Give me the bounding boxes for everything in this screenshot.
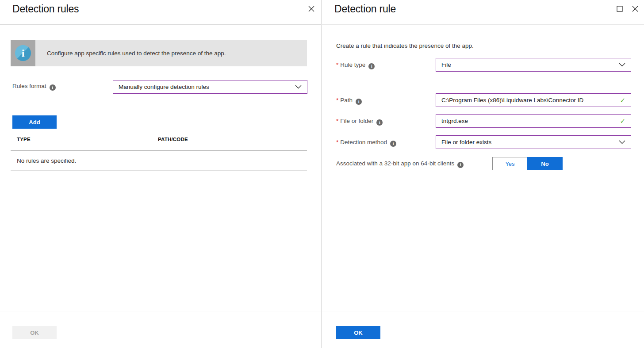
- required-asterisk: *: [336, 139, 338, 145]
- file-or-folder-label-row: *File or folderi: [336, 118, 383, 126]
- associated-32bit-label: Associated with a 32-bit app on 64-bit c…: [336, 160, 454, 167]
- associated-32bit-label-row: Associated with a 32-bit app on 64-bit c…: [336, 160, 464, 168]
- path-label-row: *Pathi: [336, 97, 362, 105]
- info-icon[interactable]: i: [376, 119, 383, 126]
- rule-type-label-row: *Rule typei: [336, 61, 375, 69]
- detection-method-label-row: *Detection methodi: [336, 139, 396, 147]
- toggle-option-yes[interactable]: Yes: [492, 157, 527, 170]
- close-icon[interactable]: [308, 5, 315, 12]
- rule-type-value: File: [441, 61, 451, 68]
- rules-format-label-row: Rules formati: [12, 83, 56, 91]
- divider: [11, 170, 307, 171]
- chevron-down-icon: [619, 63, 625, 67]
- detection-rules-blade: Detection rules i Configure app specific…: [0, 0, 322, 348]
- ok-button[interactable]: OK: [336, 326, 380, 339]
- info-icon[interactable]: i: [390, 141, 396, 147]
- empty-rules-message: No rules are specified.: [17, 157, 76, 164]
- close-icon[interactable]: [632, 5, 639, 12]
- info-icon: i: [15, 45, 31, 61]
- footer-divider: [0, 311, 321, 311]
- page-title: Detection rule: [334, 3, 396, 15]
- chevron-down-icon: [619, 140, 625, 144]
- info-icon[interactable]: i: [356, 99, 362, 105]
- blade-description: Create a rule that indicates the presenc…: [336, 42, 474, 49]
- rules-format-value: Manually configure detection rules: [119, 84, 209, 90]
- rule-type-select[interactable]: File: [436, 58, 631, 72]
- ok-button[interactable]: OK: [12, 326, 57, 339]
- detection-rules-header: Detection rules: [0, 0, 321, 25]
- footer-divider: [322, 311, 644, 311]
- table-header-path-code: PATH/CODE: [158, 137, 188, 142]
- file-or-folder-value: tntgrd.exe: [441, 118, 468, 124]
- required-asterisk: *: [336, 61, 338, 68]
- required-asterisk: *: [336, 97, 338, 103]
- rules-format-label: Rules format: [12, 83, 46, 89]
- chevron-down-icon: [295, 85, 302, 89]
- info-icon[interactable]: i: [457, 162, 464, 168]
- detection-rule-blade: Detection rule Create a rule that indica…: [322, 0, 644, 348]
- maximize-icon[interactable]: [617, 6, 623, 12]
- path-input[interactable]: C:\Program Files (x86)\Liquidware Labs\C…: [436, 93, 631, 107]
- file-or-folder-input[interactable]: tntgrd.exe ✓: [436, 114, 631, 128]
- detection-rule-header: Detection rule: [322, 0, 644, 25]
- required-asterisk: *: [336, 118, 338, 124]
- table-header-type: TYPE: [17, 137, 31, 142]
- detection-method-label: Detection method: [340, 139, 387, 145]
- detection-method-value: File or folder exists: [441, 139, 491, 145]
- file-or-folder-label: File or folder: [340, 118, 373, 124]
- rules-format-select[interactable]: Manually configure detection rules: [113, 80, 307, 94]
- info-banner-text: Configure app specific rules used to det…: [35, 40, 226, 66]
- page-title: Detection rules: [12, 3, 79, 15]
- path-value: C:\Program Files (x86)\Liquidware Labs\C…: [441, 97, 583, 103]
- add-button[interactable]: Add: [12, 115, 57, 129]
- path-label: Path: [340, 97, 353, 103]
- valid-check-icon: ✓: [620, 96, 625, 104]
- associated-32bit-toggle: Yes No: [492, 157, 563, 170]
- info-icon[interactable]: i: [368, 63, 375, 69]
- valid-check-icon: ✓: [620, 117, 625, 125]
- info-banner-icon-block: i: [11, 40, 35, 66]
- info-banner: i Configure app specific rules used to d…: [11, 40, 307, 66]
- detection-method-select[interactable]: File or folder exists: [436, 135, 631, 149]
- info-icon[interactable]: i: [50, 84, 56, 91]
- rule-type-label: Rule type: [340, 61, 365, 68]
- divider: [11, 150, 307, 151]
- toggle-option-no[interactable]: No: [527, 157, 563, 170]
